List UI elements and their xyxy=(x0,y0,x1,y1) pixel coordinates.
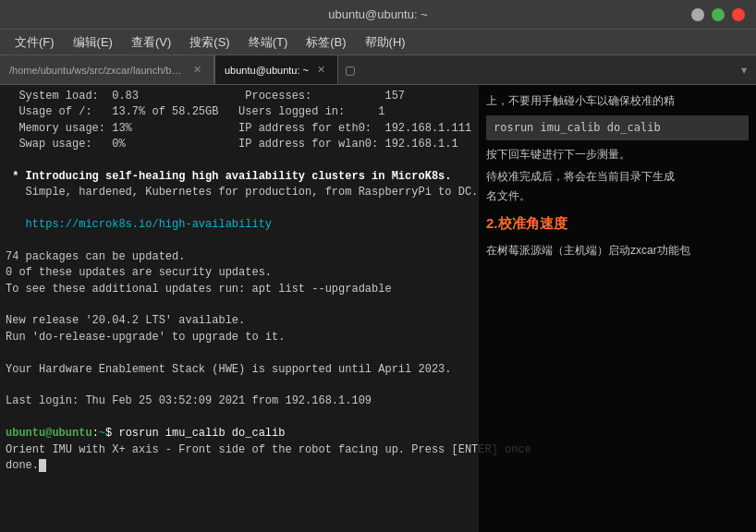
tab-ubuntu-home-label: ubuntu@ubuntu: ~ xyxy=(225,65,309,76)
new-tab-icon: ▢ xyxy=(346,61,355,79)
tab-bringup[interactable]: /home/ubuntu/ws/src/zxcar/launch/bringup… xyxy=(0,55,214,84)
menu-file[interactable]: 文件(F) xyxy=(7,32,62,53)
overlay-bottom-text: 在树莓派源端（主机端）启动zxcar功能包 xyxy=(486,242,749,260)
menu-view[interactable]: 查看(V) xyxy=(124,32,178,53)
menu-help[interactable]: 帮助(H) xyxy=(358,32,413,53)
tab-ubuntu-home[interactable]: ubuntu@ubuntu: ~ ✕ xyxy=(214,55,338,84)
tab-ubuntu-home-close[interactable]: ✕ xyxy=(314,63,328,77)
overlay-top-text: 上，不要用手触碰小车以确保校准的精 xyxy=(486,92,749,110)
dropdown-icon: ▾ xyxy=(739,61,749,79)
menu-tabs[interactable]: 标签(B) xyxy=(299,32,353,53)
overlay-panel: 上，不要用手触碰小车以确保校准的精 rosrun imu_calib do_ca… xyxy=(479,85,756,532)
tab-bringup-close[interactable]: ✕ xyxy=(190,63,204,77)
menu-bar: 文件(F) 编辑(E) 查看(V) 搜索(S) 终端(T) 标签(B) 帮助(H… xyxy=(0,30,756,55)
window-title: ubuntu@ubuntu: ~ xyxy=(328,7,428,21)
close-button[interactable] xyxy=(732,8,745,21)
overlay-mid1: 按下回车键进行下一步测量。 xyxy=(486,146,749,163)
menu-edit[interactable]: 编辑(E) xyxy=(66,32,120,53)
overlay-mid4: 名文件。 xyxy=(486,187,749,205)
tab-bar: /home/ubuntu/ws/src/zxcar/launch/bringup… xyxy=(0,55,756,85)
overlay-heading: 2.校准角速度 xyxy=(486,212,749,235)
minimize-button[interactable] xyxy=(691,8,704,21)
maximize-button[interactable] xyxy=(712,8,725,21)
tab-bringup-label: /home/ubuntu/ws/src/zxcar/launch/bringup… xyxy=(9,65,185,76)
new-tab-button[interactable]: ▢ xyxy=(338,55,362,84)
overlay-command: rosrun imu_calib do_calib xyxy=(486,115,749,140)
terminal-area[interactable]: System load: 0.83 Processes: 157 Usage o… xyxy=(0,85,756,532)
title-bar: ubuntu@ubuntu: ~ xyxy=(0,0,756,30)
window-controls xyxy=(691,8,745,21)
overlay-mid3: 待校准完成后，将会在当前目录下生成 xyxy=(486,168,749,186)
menu-search[interactable]: 搜索(S) xyxy=(182,32,237,53)
tab-dropdown-button[interactable]: ▾ xyxy=(732,55,756,84)
menu-terminal[interactable]: 终端(T) xyxy=(241,32,296,53)
